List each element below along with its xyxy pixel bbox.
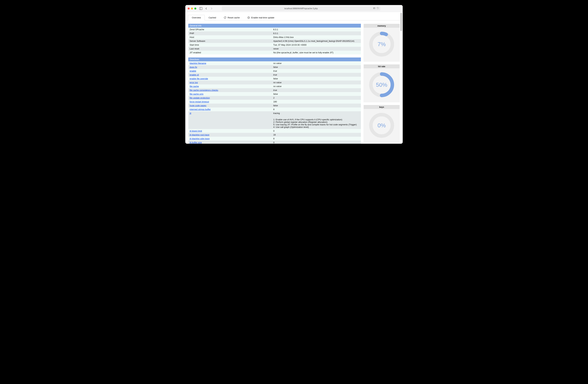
table-row: enable clitrue	[188, 73, 361, 77]
table-row: dups fixfalse	[188, 65, 361, 69]
tab-realtime-label: Enable real-time update	[251, 16, 274, 19]
tab-cached[interactable]: Cached	[205, 15, 220, 20]
directive-value: no value	[272, 61, 361, 65]
directive-link[interactable]: jit buffer size	[190, 141, 202, 144]
table-row: file cache onlyfalse	[188, 92, 361, 96]
close-window-button[interactable]	[188, 7, 190, 10]
table-row: Zend OPcache8.3.1	[188, 28, 361, 31]
general-info-table: Zend OPcache8.3.1PHP8.3.1HostDirks-iMac-…	[188, 28, 361, 55]
directive-link[interactable]: error log	[190, 81, 198, 84]
directive-value: 16	[272, 133, 361, 137]
directive-link[interactable]: jit blacklist root trace	[190, 134, 209, 136]
table-row: enable file overridefalse	[188, 77, 361, 80]
minimize-window-button[interactable]	[191, 7, 193, 10]
tab-reset-cache[interactable]: Reset cache	[220, 15, 244, 20]
directives-table: blacklist filenameno valuedups fixfalsee…	[188, 61, 361, 144]
tab-bar: Overview Cached Reset cache Enable real-…	[185, 12, 403, 20]
info-key: Last reset	[188, 47, 272, 51]
general-info-header: General info	[188, 24, 361, 28]
table-row: huge code pagesfalse	[188, 104, 361, 107]
tab-cached-label: Cached	[209, 16, 216, 19]
info-key: Server Software	[188, 39, 272, 43]
gauge-hitrate-chart: 50%	[368, 71, 395, 98]
directive-link[interactable]: dups fix	[190, 66, 197, 68]
directive-link[interactable]: jit blacklist side trace	[190, 137, 210, 140]
directive-link[interactable]: file cache	[190, 85, 199, 88]
directive-value: 180	[272, 100, 361, 104]
forward-button[interactable]	[210, 7, 213, 10]
directive-link[interactable]: file cache consistency checks	[190, 89, 218, 91]
directive-value: false	[272, 104, 361, 107]
directive-link[interactable]: blacklist filename	[190, 62, 206, 64]
directive-key: file cache consistency checks	[188, 88, 272, 92]
directive-key: enable cli	[188, 73, 272, 77]
directive-link[interactable]: enable cli	[190, 74, 199, 76]
directive-key: file cache	[188, 84, 272, 88]
address-bar-url: localhost:8888/MAMP/opcache-3.php	[284, 7, 317, 10]
gauge-memory-title: memory	[364, 24, 399, 28]
table-row: jit buffer size0	[188, 140, 361, 144]
sidebar-toggle-icon[interactable]	[199, 7, 203, 10]
gauge-hitrate-title: hit rate	[364, 64, 399, 68]
table-row: jittracing 1: Enable use of AVX, if the …	[188, 111, 361, 129]
reload-icon[interactable]	[377, 7, 379, 10]
table-row: Start timeTue, 07 May 2024 10:03:30 +000…	[188, 43, 361, 47]
gauge-keys-chart: 0%	[368, 112, 395, 139]
info-key: Start time	[188, 43, 272, 47]
table-row: jit blacklist root trace16	[188, 133, 361, 137]
directive-value: true	[272, 88, 361, 92]
page-content: Overview Cached Reset cache Enable real-…	[185, 12, 403, 144]
table-row: blacklist filenameno value	[188, 61, 361, 65]
info-value: 8.3.1	[272, 28, 361, 31]
directive-link[interactable]: force restart timeout	[190, 100, 209, 103]
directive-value: no value	[272, 80, 361, 84]
directive-value: true	[272, 73, 361, 77]
info-key: Host	[188, 35, 272, 39]
scrollbar-thumb[interactable]	[400, 13, 402, 31]
directive-value: false	[272, 92, 361, 96]
main-area: General info Zend OPcache8.3.1PHP8.3.1Ho…	[185, 20, 403, 144]
directive-link[interactable]: enable	[190, 70, 196, 72]
address-bar[interactable]: localhost:8888/MAMP/opcache-3.php	[222, 6, 380, 11]
clock-icon	[247, 16, 250, 19]
directive-link[interactable]: huge code pages	[190, 104, 206, 107]
svg-rect-3	[374, 8, 374, 9]
table-row: HostDirks-iMac-2.fritz.box	[188, 35, 361, 39]
table-row: error logno value	[188, 80, 361, 84]
directive-link[interactable]: jit bisect limit	[190, 130, 202, 132]
directives-header: Directives	[188, 58, 361, 61]
tab-realtime[interactable]: Enable real-time update	[244, 15, 278, 20]
directive-link[interactable]: file update protection	[190, 96, 210, 99]
table-row: jit blacklist side trace8	[188, 137, 361, 140]
tab-reset-label: Reset cache	[228, 16, 240, 19]
tab-overview[interactable]: Overview	[188, 15, 205, 20]
reader-icon[interactable]	[373, 7, 376, 10]
tab-overview-label: Overview	[192, 16, 201, 19]
left-column: General info Zend OPcache8.3.1PHP8.3.1Ho…	[188, 24, 361, 144]
info-key: JIT enabled	[188, 51, 272, 55]
directive-link[interactable]: jit	[190, 112, 191, 115]
scrollbar-track[interactable]	[400, 12, 402, 143]
gauge-keys-label: 0%	[368, 112, 395, 139]
table-row: file cacheno value	[188, 84, 361, 88]
back-button[interactable]	[204, 7, 208, 10]
table-row: PHP8.3.1	[188, 31, 361, 35]
titlebar: localhost:8888/MAMP/opcache-3.php	[185, 5, 403, 12]
table-row: Server SoftwareApache/2.4.58 (Unix) Open…	[188, 39, 361, 43]
info-key: Zend OPcache	[188, 28, 272, 31]
table-row: jit bisect limit0	[188, 129, 361, 133]
maximize-window-button[interactable]	[194, 7, 196, 10]
directive-link[interactable]: file cache only	[190, 93, 203, 95]
directive-value: false	[272, 77, 361, 80]
directive-key: file cache only	[188, 92, 272, 96]
directive-key: force restart timeout	[188, 100, 272, 104]
directive-value: 8	[272, 137, 361, 140]
directive-value: 2	[272, 96, 361, 100]
directive-link[interactable]: enable file override	[190, 77, 208, 80]
directive-key: jit buffer size	[188, 140, 272, 144]
directive-value: no value	[272, 84, 361, 88]
directive-value: tracing 1: Enable use of AVX, if the CPU…	[272, 111, 361, 129]
jit-directive-name: opcache.jit_buffer_size	[281, 51, 303, 54]
table-row: JIT enabledNo (the opcache.jit_buffer_si…	[188, 51, 361, 55]
directive-link[interactable]: interned strings buffer	[190, 108, 211, 111]
